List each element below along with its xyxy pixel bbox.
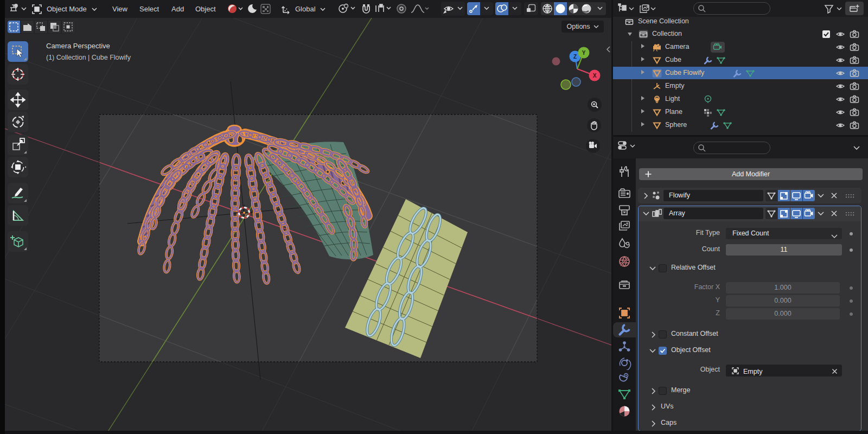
svg-text:Y: Y	[582, 50, 586, 56]
svg-text:Z: Z	[573, 54, 577, 60]
svg-text:X: X	[593, 73, 597, 79]
